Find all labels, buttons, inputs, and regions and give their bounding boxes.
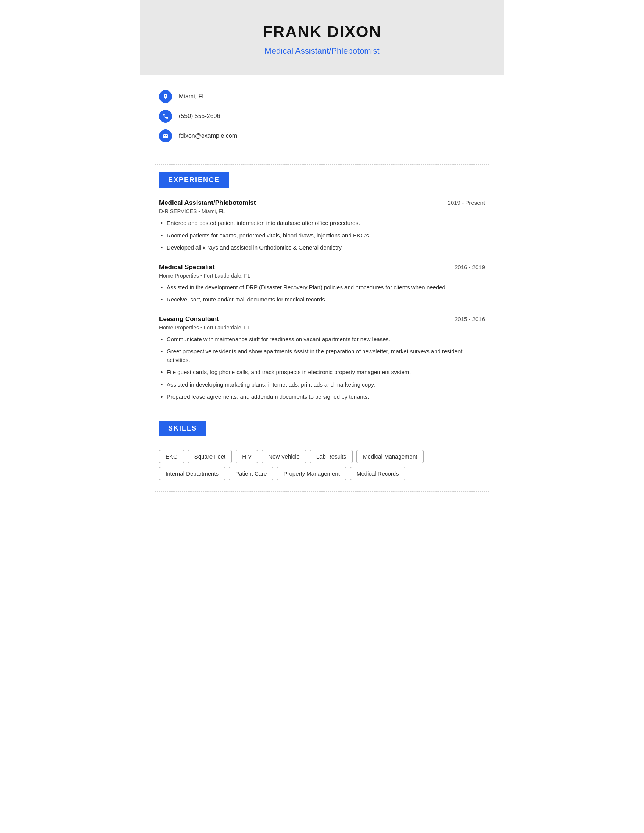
contact-phone: (550) 555-2606 — [159, 110, 485, 123]
candidate-name: FRANK DIXON — [155, 23, 489, 41]
bullet-item: Prepared lease agreements, and addendum … — [159, 392, 485, 401]
job-dates-1: 2019 - Present — [448, 199, 485, 206]
location-icon — [159, 90, 172, 103]
job-entry-2: Medical Specialist 2016 - 2019 Home Prop… — [159, 264, 485, 304]
contact-location: Miami, FL — [159, 90, 485, 103]
bullet-item: Greet prospective residents and show apa… — [159, 347, 485, 364]
location-text: Miami, FL — [179, 93, 205, 100]
contact-email: fdixon@example.com — [159, 130, 485, 142]
bullet-item: Receive, sort, route and/or mail documen… — [159, 295, 485, 304]
skills-label: SKILLS — [159, 421, 206, 436]
job-entry-1: Medical Assistant/Phlebotomist 2019 - Pr… — [159, 199, 485, 252]
resume-header: FRANK DIXON Medical Assistant/Phlebotomi… — [140, 0, 504, 75]
job-company-2: Home Properties • Fort Lauderdale, FL — [159, 273, 485, 279]
bullet-item: Assisted in developing marketing plans, … — [159, 381, 485, 389]
skill-tag: New Vehicle — [262, 450, 306, 463]
contact-section: Miami, FL (550) 555-2606 fdixon@example.… — [140, 75, 504, 157]
job-bullets-2: Assisted in the development of DRP (Disa… — [159, 283, 485, 304]
job-bullets-1: Entered and posted patient information i… — [159, 219, 485, 252]
bullet-item: Developed all x-rays and assisted in Ort… — [159, 243, 485, 252]
skill-tag: Medical Management — [356, 450, 423, 463]
divider-bottom — [155, 492, 489, 492]
skill-tag: Property Management — [277, 467, 346, 480]
bullet-item: Entered and posted patient information i… — [159, 219, 485, 228]
job-dates-3: 2015 - 2016 — [455, 316, 485, 322]
job-title-2: Medical Specialist — [159, 264, 214, 271]
phone-text: (550) 555-2606 — [179, 113, 220, 120]
experience-section: EXPERIENCE Medical Assistant/Phlebotomis… — [140, 172, 504, 401]
divider-skills-top — [155, 413, 489, 413]
divider-contact — [155, 164, 489, 165]
bullet-item: Communicate with maintenance staff for r… — [159, 335, 485, 344]
job-header-1: Medical Assistant/Phlebotomist 2019 - Pr… — [159, 199, 485, 207]
bullet-item: Roomed patients for exams, performed vit… — [159, 232, 485, 240]
bullet-item: File guest cards, log phone calls, and t… — [159, 368, 485, 377]
skill-tag: Internal Departments — [159, 467, 225, 480]
job-title-3: Leasing Consultant — [159, 315, 219, 323]
skill-tag: EKG — [159, 450, 184, 463]
email-icon — [159, 130, 172, 142]
skill-tag: HIV — [236, 450, 258, 463]
job-company-3: Home Properties • Fort Lauderdale, FL — [159, 325, 485, 331]
bullet-item: Assisted in the development of DRP (Disa… — [159, 283, 485, 292]
job-bullets-3: Communicate with maintenance staff for r… — [159, 335, 485, 401]
skill-tag: Lab Results — [310, 450, 353, 463]
job-company-1: D-R SERVICES • Miami, FL — [159, 208, 485, 214]
experience-label: EXPERIENCE — [159, 172, 229, 188]
phone-icon — [159, 110, 172, 123]
skill-tag: Patient Care — [229, 467, 273, 480]
job-title-1: Medical Assistant/Phlebotomist — [159, 199, 256, 207]
candidate-title: Medical Assistant/Phlebotomist — [155, 46, 489, 56]
job-header-3: Leasing Consultant 2015 - 2016 — [159, 315, 485, 323]
skills-tags: EKG Square Feet HIV New Vehicle Lab Resu… — [159, 450, 485, 480]
job-header-2: Medical Specialist 2016 - 2019 — [159, 264, 485, 271]
skill-tag: Medical Records — [350, 467, 405, 480]
skills-section: SKILLS EKG Square Feet HIV New Vehicle L… — [140, 421, 504, 480]
email-text: fdixon@example.com — [179, 132, 237, 139]
skill-tag: Square Feet — [188, 450, 232, 463]
job-dates-2: 2016 - 2019 — [455, 264, 485, 270]
job-entry-3: Leasing Consultant 2015 - 2016 Home Prop… — [159, 315, 485, 401]
